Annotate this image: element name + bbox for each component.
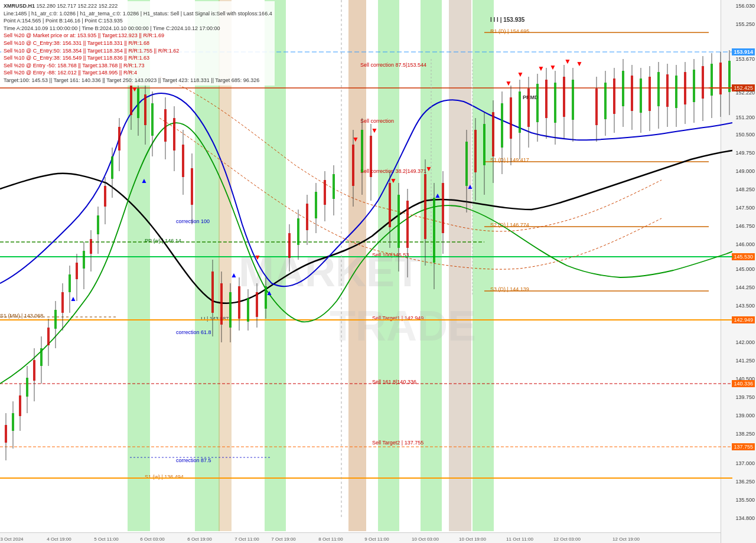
- price-146-75: 146.750: [735, 223, 755, 229]
- svg-rect-119: [492, 112, 494, 156]
- svg-rect-107: [424, 174, 426, 239]
- svg-text:▲: ▲: [266, 289, 273, 297]
- svg-rect-97: [361, 130, 363, 172]
- info-line-4: Sell %20 @ Market price or at: 153.935 |…: [4, 32, 272, 40]
- svg-rect-101: [389, 183, 391, 227]
- svg-rect-159: [684, 72, 686, 104]
- svg-rect-83: [288, 233, 291, 258]
- info-line-7: Sell %10 @ C_Entry:38: 156.549 || Target…: [4, 54, 272, 62]
- info-line-5: Sell %10 @ C_Entry:38: 156.331 || Target…: [4, 40, 272, 47]
- svg-text:▼: ▼: [425, 165, 432, 173]
- price-156: 156.030: [735, 3, 755, 9]
- svg-rect-113: [465, 142, 468, 186]
- price-140-336: 140.336: [732, 380, 755, 387]
- price-155-25: 155.250: [735, 21, 755, 27]
- svg-rect-155: [666, 74, 669, 107]
- price-145: 145.000: [735, 266, 755, 272]
- svg-rect-127: [527, 89, 530, 127]
- svg-rect-21: [12, 413, 14, 431]
- time-label-13: 12 Oct 19:00: [612, 537, 640, 542]
- svg-rect-139: [595, 89, 598, 125]
- price-151-2: 151.200: [735, 115, 755, 120]
- price-136-25: 136.250: [735, 479, 755, 485]
- svg-text:▼: ▼: [537, 64, 545, 73]
- time-label-0: 3 Oct 2024: [0, 537, 23, 542]
- svg-rect-79: [256, 292, 258, 317]
- time-axis: 3 Oct 2024 4 Oct 19:00 5 Oct 11:00 6 Oct…: [0, 532, 732, 543]
- info-line-1: Line:1485 | h1_atr_c:0: 1.0286 | h1_atr_…: [4, 10, 272, 18]
- svg-text:▲: ▲: [230, 271, 237, 279]
- time-label-10: 10 Oct 19:00: [459, 537, 486, 542]
- svg-rect-63: [173, 118, 175, 151]
- svg-rect-59: [151, 103, 154, 136]
- svg-rect-49: [111, 156, 113, 179]
- svg-rect-69: [211, 272, 214, 313]
- svg-rect-51: [118, 127, 120, 151]
- svg-text:▼: ▼: [564, 57, 571, 66]
- svg-rect-121: [501, 103, 503, 148]
- price-150-5: 150.500: [735, 132, 755, 138]
- info-line-8: Sell %20 @ Entry -50: 158.768 || Target:…: [4, 62, 272, 70]
- svg-rect-35: [61, 292, 64, 313]
- svg-rect-161: [693, 70, 695, 102]
- svg-text:▲: ▲: [434, 191, 441, 199]
- svg-text:▼: ▼: [131, 85, 138, 93]
- svg-rect-109: [433, 198, 435, 263]
- svg-rect-95: [352, 145, 354, 186]
- svg-rect-129: [536, 84, 539, 122]
- svg-rect-111: [442, 183, 444, 233]
- svg-rect-47: [104, 186, 106, 207]
- svg-rect-85: [297, 218, 299, 245]
- svg-rect-167: [719, 63, 722, 94]
- price-141-25: 141.250: [735, 358, 755, 364]
- time-label-11: 11 Oct 11:00: [506, 537, 533, 542]
- info-line-2: Point A:154.565 | Point B:146.16 | Point…: [4, 17, 272, 25]
- info-panel: XMRUSD.H1 152.280 152.717 152.222 152.22…: [1, 1, 275, 86]
- time-label-8: 9 Oct 11:00: [364, 537, 389, 542]
- info-line-9: Sell %20 @ Entry -88: 162.012 || Target:…: [4, 69, 272, 77]
- svg-rect-91: [324, 180, 326, 205]
- svg-text:▲: ▲: [467, 182, 474, 191]
- svg-text:▲: ▲: [70, 295, 77, 303]
- info-line-6: Sell %10 @ C_Entry:50: 158.354 || Target…: [4, 47, 272, 55]
- svg-text:▼: ▼: [549, 63, 556, 71]
- price-144-25: 144.250: [735, 284, 755, 290]
- svg-rect-37: [69, 274, 71, 292]
- svg-rect-39: [76, 263, 78, 279]
- info-line-10: Target:100: 145.53 || Target 161: 140.33…: [4, 77, 272, 84]
- svg-rect-33: [54, 310, 57, 329]
- time-label-4: 6 Oct 19:00: [187, 537, 211, 542]
- svg-rect-165: [711, 64, 713, 96]
- svg-rect-45: [97, 215, 99, 234]
- svg-rect-31: [47, 328, 50, 345]
- svg-rect-89: [315, 192, 317, 218]
- svg-rect-25: [26, 378, 28, 397]
- svg-text:▼: ▼: [390, 176, 397, 185]
- price-138-25: 138.250: [735, 431, 755, 437]
- info-line-3: Time A:2024.10.09 11:00:00:00 | Time B:2…: [4, 25, 272, 32]
- price-137-755: 137.755: [732, 443, 755, 450]
- svg-rect-149: [640, 78, 642, 113]
- price-145-53: 145.530: [732, 253, 755, 260]
- price-139: 139.000: [735, 413, 755, 418]
- time-label-12: 12 Oct 03:00: [553, 537, 581, 542]
- price-143-5: 143.500: [735, 303, 755, 309]
- svg-rect-153: [657, 72, 660, 106]
- svg-rect-71: [220, 283, 223, 325]
- svg-rect-131: [545, 80, 548, 118]
- svg-rect-19: [5, 425, 7, 443]
- svg-rect-87: [306, 204, 308, 230]
- svg-rect-93: [333, 174, 335, 199]
- svg-rect-57: [144, 94, 146, 125]
- svg-rect-75: [238, 286, 240, 319]
- svg-rect-151: [649, 77, 651, 111]
- price-153-67: 153.670: [735, 56, 755, 62]
- time-label-7: 8 Oct 11:00: [318, 537, 343, 542]
- time-label-2: 5 Oct 11:00: [94, 537, 118, 542]
- svg-rect-147: [631, 76, 633, 111]
- svg-rect-67: [191, 168, 193, 205]
- price-148-25: 148.250: [735, 187, 755, 192]
- svg-rect-27: [33, 360, 35, 381]
- symbol-line: XMRUSD.H1 152.280 152.717 152.222 152.22…: [4, 2, 272, 10]
- svg-text:▼: ▼: [352, 135, 359, 143]
